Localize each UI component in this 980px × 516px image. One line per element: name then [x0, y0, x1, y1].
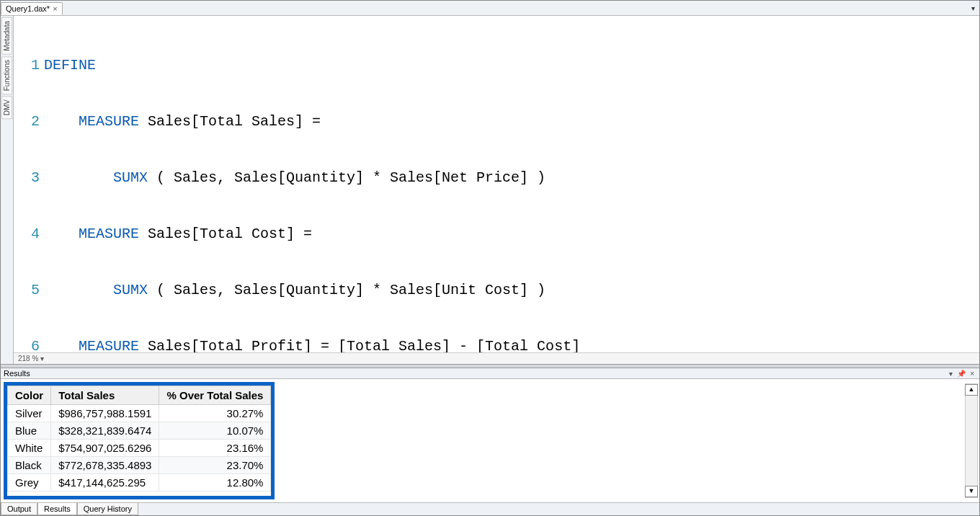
tabs-overflow-icon[interactable]: ▾ — [967, 4, 979, 12]
results-header: Results ▾ 📌 × — [1, 368, 979, 379]
line-number: 4 — [14, 225, 44, 244]
cell-sales: $986,757,988.1591 — [51, 405, 159, 422]
cell-sales: $417,144,625.295 — [51, 474, 159, 491]
cell-sales: $754,907,025.6296 — [51, 440, 159, 457]
document-tab-bar: Query1.dax* × ▾ — [1, 1, 979, 16]
scroll-down-button[interactable]: ▼ — [965, 486, 978, 497]
col-color[interactable]: Color — [8, 386, 51, 405]
cell-pct: 30.27% — [159, 405, 271, 422]
tab-output[interactable]: Output — [1, 503, 37, 515]
pin-icon[interactable]: 📌 — [955, 370, 968, 378]
line-number: 1 — [14, 56, 44, 75]
table-row[interactable]: Grey$417,144,625.29512.80% — [8, 474, 271, 491]
cell-color: White — [8, 440, 51, 457]
table-row[interactable]: Blue$328,321,839.647410.07% — [8, 422, 271, 440]
results-scrollbar[interactable]: ▲ ▼ — [965, 383, 978, 498]
results-grid[interactable]: Color Total Sales % Over Total Sales Sil… — [7, 386, 271, 491]
tab-results[interactable]: Results — [37, 503, 77, 515]
line-number: 3 — [14, 169, 44, 187]
sidebar-functions[interactable]: Functions — [1, 56, 12, 94]
cell-pct: 23.70% — [159, 457, 271, 474]
cell-color: Blue — [8, 422, 51, 440]
cell-color: Grey — [8, 474, 51, 491]
code-editor[interactable]: 1DEFINE 2 MEASURE Sales[Total Sales] = 3… — [14, 16, 979, 352]
line-number: 6 — [14, 337, 44, 352]
results-title: Results — [4, 369, 30, 378]
line-number: 5 — [14, 281, 44, 300]
left-sidebar: Metadata Functions DMV — [1, 16, 14, 364]
cell-pct: 12.80% — [159, 474, 271, 491]
col-total-sales[interactable]: Total Sales — [51, 386, 159, 405]
tab-query1[interactable]: Query1.dax* × — [1, 2, 63, 15]
line-number: 2 — [14, 112, 44, 131]
cell-color: Silver — [8, 405, 51, 422]
close-icon[interactable]: × — [968, 370, 976, 378]
tab-query-history[interactable]: Query History — [77, 503, 138, 515]
sidebar-metadata[interactable]: Metadata — [1, 17, 12, 55]
table-row[interactable]: White$754,907,025.629623.16% — [8, 440, 271, 457]
cell-sales: $772,678,335.4893 — [51, 457, 159, 474]
cell-color: Black — [8, 457, 51, 474]
dropdown-icon[interactable]: ▾ — [947, 370, 955, 378]
zoom-level[interactable]: 218 % ▾ — [14, 352, 979, 364]
highlight-results-grid: Color Total Sales % Over Total Sales Sil… — [4, 382, 275, 499]
close-icon[interactable]: × — [53, 4, 57, 13]
bottom-tab-bar: Output Results Query History — [1, 502, 979, 515]
cell-sales: $328,321,839.6474 — [51, 422, 159, 440]
sidebar-dmv[interactable]: DMV — [1, 96, 12, 119]
table-row[interactable]: Black$772,678,335.489323.70% — [8, 457, 271, 474]
col-pct-over-total[interactable]: % Over Total Sales — [159, 386, 271, 405]
scroll-up-button[interactable]: ▲ — [965, 384, 978, 396]
cell-pct: 23.16% — [159, 440, 271, 457]
table-row[interactable]: Silver$986,757,988.159130.27% — [8, 405, 271, 422]
tab-title: Query1.dax* — [6, 4, 50, 13]
cell-pct: 10.07% — [159, 422, 271, 440]
